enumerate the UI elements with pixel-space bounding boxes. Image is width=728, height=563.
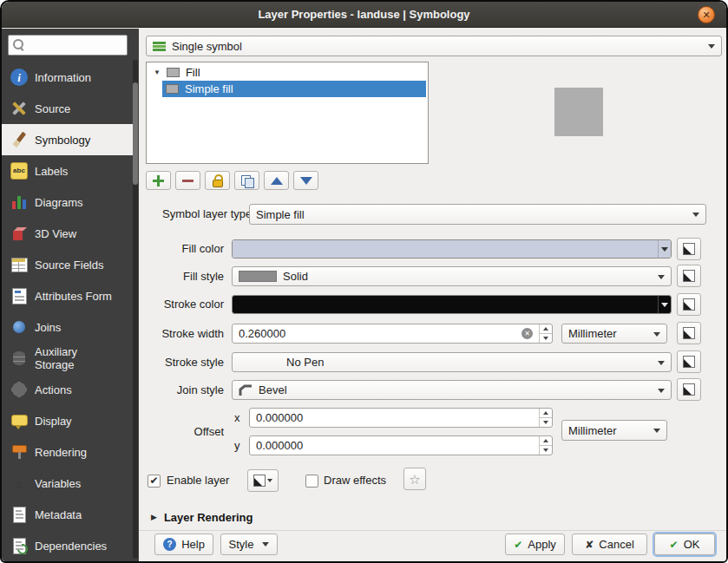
help-button[interactable]: ? Help — [154, 534, 213, 555]
simple-fill-swatch — [166, 84, 179, 94]
spin-down-icon[interactable] — [540, 334, 552, 343]
section-collapsed-icon[interactable]: ▶ — [151, 514, 157, 521]
sidebar-item-diagrams[interactable]: Diagrams — [2, 187, 133, 218]
sidebar-scrollbar-handle[interactable] — [133, 82, 138, 185]
clear-value-icon[interactable]: ✕ — [521, 328, 533, 339]
sidebar-item-source[interactable]: Source — [2, 93, 133, 124]
offset-y-spin-buttons[interactable] — [539, 436, 552, 455]
fill-style-override-button[interactable] — [677, 265, 701, 287]
stroke-color-label: Stroke color — [146, 294, 224, 315]
offset-x-spin-buttons[interactable] — [539, 409, 552, 427]
sidebar-item-attributes-form[interactable]: Attributes Form — [2, 280, 133, 311]
renderer-combo[interactable]: Single symbol — [146, 36, 722, 56]
ok-button[interactable]: ✔ OK — [654, 534, 715, 555]
sidebar-item-variables[interactable]: ε Variables — [2, 468, 133, 499]
offset-y-input[interactable] — [256, 439, 536, 452]
spin-up-icon[interactable] — [540, 324, 552, 334]
fill-style-value: Solid — [283, 270, 308, 283]
stroke-width-input[interactable] — [239, 327, 521, 340]
stroke-style-override-button[interactable] — [677, 350, 701, 373]
draw-effects-customize-button[interactable]: ☆ — [403, 468, 426, 490]
sidebar-item-information[interactable]: i Information — [2, 62, 133, 93]
spin-up-icon[interactable] — [540, 436, 552, 446]
fill-style-combo[interactable]: Solid — [232, 266, 672, 286]
3d-view-icon — [10, 225, 28, 242]
enable-layer-override-button[interactable] — [247, 469, 279, 492]
style-menu-button[interactable]: Style — [220, 534, 278, 555]
symbol-layer-type-combo[interactable]: Simple fill — [249, 204, 706, 225]
sidebar-item-label: Rendering — [35, 446, 118, 459]
symbol-tree-item-simple-fill[interactable]: Simple fill — [162, 81, 426, 97]
offset-x-input[interactable] — [256, 411, 536, 424]
sidebar-search-input[interactable] — [8, 35, 128, 56]
rendering-icon — [10, 443, 28, 461]
tree-item-label: Simple fill — [185, 82, 233, 95]
help-icon: ? — [163, 538, 176, 551]
spin-up-icon[interactable] — [540, 409, 552, 418]
fill-color-override-button[interactable] — [677, 238, 701, 260]
sidebar-item-actions[interactable]: Actions — [2, 374, 133, 405]
sidebar-item-display[interactable]: Display — [2, 405, 133, 436]
lock-colors-button[interactable] — [205, 171, 230, 190]
sidebar-item-labels[interactable]: abc Labels — [2, 155, 133, 187]
fill-color-button[interactable] — [232, 239, 672, 259]
join-style-combo[interactable]: Bevel — [232, 380, 672, 400]
stroke-width-unit-combo[interactable]: Millimeter — [561, 324, 667, 344]
sidebar-item-metadata[interactable]: Metadata — [2, 499, 133, 530]
sidebar-item-3d-view[interactable]: 3D View — [2, 218, 133, 249]
stroke-width-spin-buttons[interactable] — [539, 324, 552, 343]
join-style-value: Bevel — [259, 383, 287, 396]
stroke-color-button[interactable] — [232, 295, 672, 314]
sidebar-item-dependencies[interactable]: Dependencies — [2, 530, 133, 561]
fill-color-dropdown-arrow[interactable] — [658, 240, 671, 258]
auxiliary-storage-icon — [10, 350, 28, 367]
dialog-body: i Information Source Symbology abc Label… — [2, 29, 726, 561]
arrow-up-icon — [271, 177, 283, 185]
draw-effects-checkbox[interactable] — [305, 475, 318, 488]
add-symbol-layer-button[interactable] — [146, 171, 171, 190]
sidebar-item-symbology[interactable]: Symbology — [2, 124, 133, 155]
stroke-width-spinbox[interactable]: ✕ — [232, 324, 553, 344]
move-down-button[interactable] — [293, 171, 318, 190]
sidebar-item-auxiliary-storage[interactable]: Auxiliary Storage — [2, 343, 133, 374]
remove-symbol-layer-button[interactable] — [175, 171, 200, 190]
symbol-tree[interactable]: ▼ Fill Simple fill — [146, 62, 429, 164]
offset-x-spinbox[interactable] — [249, 408, 553, 428]
spin-down-icon[interactable] — [540, 446, 552, 455]
enable-layer-checkbox[interactable]: ✔ — [148, 475, 161, 488]
lock-icon — [213, 180, 223, 187]
sidebar-item-source-fields[interactable]: Source Fields — [2, 249, 133, 280]
chevron-down-icon — [267, 479, 272, 482]
join-style-override-button[interactable] — [677, 378, 701, 401]
sidebar-item-rendering[interactable]: Rendering — [2, 436, 133, 468]
tree-expander-icon[interactable]: ▼ — [154, 69, 161, 76]
single-symbol-icon — [153, 41, 166, 52]
layer-rendering-section[interactable]: ▶ Layer Rendering — [151, 511, 253, 524]
move-up-button[interactable] — [264, 171, 289, 190]
duplicate-symbol-layer-button[interactable] — [234, 171, 259, 190]
titlebar[interactable]: Layer Properties - landuse | Symbology ✕ — [2, 2, 726, 28]
apply-button[interactable]: ✔ Apply — [505, 534, 565, 555]
stroke-color-override-button[interactable] — [677, 293, 701, 316]
fill-style-preview-swatch — [239, 271, 277, 282]
data-defined-override-icon — [683, 356, 695, 368]
stroke-width-unit-value: Millimeter — [568, 327, 617, 340]
symbol-tree-item-fill[interactable]: ▼ Fill — [147, 64, 428, 81]
symbol-preview — [554, 88, 603, 136]
layer-properties-dialog: Layer Properties - landuse | Symbology ✕… — [0, 0, 728, 563]
close-button[interactable]: ✕ — [698, 6, 715, 23]
sidebar-item-label: Auxiliary Storage — [35, 345, 118, 371]
sidebar-item-label: Dependencies — [35, 540, 118, 553]
stroke-style-combo[interactable]: No Pen — [232, 352, 672, 372]
stroke-width-override-button[interactable] — [677, 322, 701, 344]
help-label: Help — [181, 538, 205, 551]
sidebar-scrollbar[interactable] — [133, 60, 138, 559]
sidebar-item-joins[interactable]: Joins — [2, 311, 133, 343]
offset-y-spinbox[interactable] — [249, 435, 553, 455]
offset-unit-combo[interactable]: Millimeter — [561, 420, 667, 441]
joins-icon — [10, 318, 28, 336]
spin-down-icon[interactable] — [540, 418, 552, 427]
symbol-layer-type-value: Simple fill — [256, 208, 305, 221]
cancel-button[interactable]: ✘ Cancel — [572, 534, 647, 555]
stroke-color-dropdown-arrow[interactable] — [658, 296, 671, 313]
